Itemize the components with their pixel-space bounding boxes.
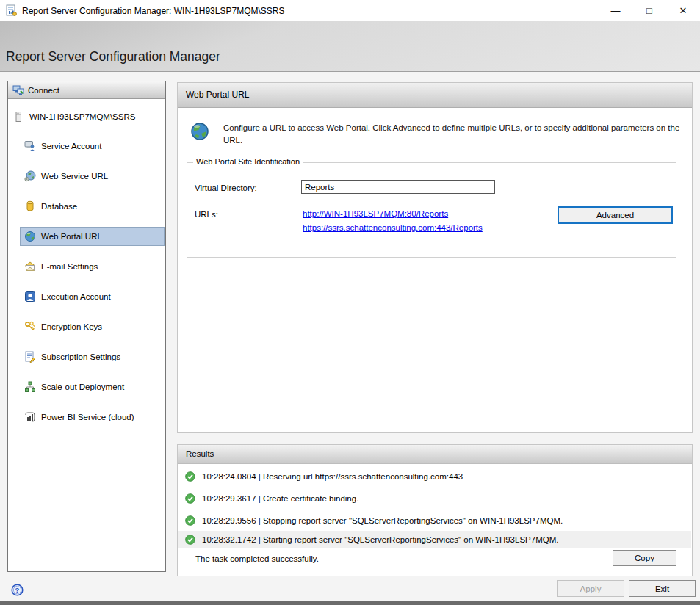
database-icon <box>24 200 36 212</box>
web-portal-url-panel: Web Portal URL Configure a URL to access… <box>177 82 693 433</box>
sidebar-connect-header[interactable]: Connect <box>8 81 165 99</box>
subscription-settings-icon <box>24 351 36 363</box>
header-banner: Report Server Configuration Manager <box>0 21 700 72</box>
urls-label: URLs: <box>195 210 218 219</box>
sidebar-item-encryption-keys[interactable]: Encryption Keys <box>20 317 165 336</box>
sidebar-item-label: Scale-out Deployment <box>41 383 124 391</box>
sidebar-item-label: Database <box>41 202 77 211</box>
sidebar-item-web-service-url[interactable]: Web Service URL <box>20 167 165 186</box>
result-text: 10:28:29.3617 | Create certificate bindi… <box>202 494 358 503</box>
panel-header: Web Portal URL <box>178 83 692 108</box>
sidebar-item-label: Service Account <box>41 142 101 151</box>
sidebar-item-label: E-mail Settings <box>41 262 98 271</box>
taskbar-edge <box>0 601 700 605</box>
globe-icon <box>190 122 209 141</box>
window-title: Report Server Configuration Manager: WIN… <box>22 6 284 16</box>
sidebar-nav-list: Service Account Web Service URL Database <box>8 137 165 427</box>
sidebar-item-label: Execution Account <box>41 292 111 301</box>
results-panel: Results 10:28:24.0804 | Reserving url ht… <box>177 444 693 576</box>
sidebar-item-power-bi-service[interactable]: Power BI Service (cloud) <box>20 407 165 427</box>
sidebar-item-label: Encryption Keys <box>41 322 102 331</box>
email-settings-icon <box>24 261 36 272</box>
web-portal-url-icon <box>24 231 36 242</box>
advanced-button[interactable]: Advanced <box>558 206 673 224</box>
scale-out-deployment-icon <box>24 381 36 393</box>
power-bi-icon <box>24 411 36 423</box>
results-header: Results <box>178 445 692 464</box>
window-titlebar: Report Server Configuration Manager: WIN… <box>0 0 700 21</box>
page-title: Report Server Configuration Manager <box>6 49 220 65</box>
success-check-icon <box>185 471 195 482</box>
success-check-icon <box>185 493 195 504</box>
help-button[interactable]: ? <box>11 584 24 596</box>
sidebar-item-email-settings[interactable]: E-mail Settings <box>20 257 165 276</box>
groupbox-legend: Web Portal Site Identification <box>193 157 303 166</box>
sidebar-item-label: Web Portal URL <box>41 232 102 241</box>
app-icon <box>5 4 18 17</box>
task-status-text: The task completed successfully. <box>195 554 319 563</box>
svg-text:?: ? <box>15 586 20 594</box>
panel-description: Configure a URL to access Web Portal. Cl… <box>223 122 682 148</box>
copy-button[interactable]: Copy <box>613 550 676 566</box>
help-icon: ? <box>11 584 24 596</box>
result-row: 10:28:24.0804 | Reserving url https://ss… <box>178 468 691 485</box>
encryption-keys-icon <box>24 321 36 333</box>
sidebar-server-node[interactable]: WIN-1H93LSP7MQM\SSRS <box>8 109 165 125</box>
sidebar-item-execution-account[interactable]: Execution Account <box>20 287 165 306</box>
window-controls: — □ ✕ <box>599 0 700 21</box>
result-text: 10:28:29.9556 | Stopping report server "… <box>202 516 563 525</box>
service-account-icon <box>24 140 36 152</box>
sidebar-item-label: Subscription Settings <box>41 352 120 361</box>
web-portal-https-url-link[interactable]: https://ssrs.schattenconsulting.com:443/… <box>303 223 483 232</box>
connect-icon <box>12 84 24 96</box>
result-text: 10:28:24.0804 | Reserving url https://ss… <box>202 472 463 481</box>
web-portal-site-identification-group: Web Portal Site Identification Virtual D… <box>187 162 676 258</box>
result-row: 10:28:32.1742 | Starting report server "… <box>178 531 691 548</box>
maximize-button[interactable]: □ <box>632 0 666 21</box>
sidebar-item-label: Web Service URL <box>41 172 108 181</box>
execution-account-icon <box>24 291 36 302</box>
virtual-directory-label: Virtual Directory: <box>195 184 257 192</box>
sidebar-server-label: WIN-1H93LSP7MQM\SSRS <box>29 112 135 121</box>
sidebar-connect-label: Connect <box>28 86 59 95</box>
result-text: 10:28:32.1742 | Starting report server "… <box>202 535 558 544</box>
sidebar-item-database[interactable]: Database <box>20 197 165 216</box>
sidebar-item-service-account[interactable]: Service Account <box>20 137 165 156</box>
apply-button[interactable]: Apply <box>557 580 624 597</box>
sidebar-item-scale-out-deployment[interactable]: Scale-out Deployment <box>20 377 165 396</box>
sidebar-item-web-portal-url[interactable]: Web Portal URL <box>20 227 165 246</box>
web-portal-http-url-link[interactable]: http://WIN-1H93LSP7MQM:80/Reports <box>303 209 448 218</box>
minimize-button[interactable]: — <box>599 0 632 21</box>
sidebar-item-subscription-settings[interactable]: Subscription Settings <box>20 347 165 366</box>
close-button[interactable]: ✕ <box>666 0 700 21</box>
server-icon <box>13 112 24 122</box>
web-service-url-icon <box>24 170 36 182</box>
success-check-icon <box>185 535 195 545</box>
success-check-icon <box>185 515 195 526</box>
result-row: 10:28:29.3617 | Create certificate bindi… <box>178 490 691 507</box>
sidebar-item-label: Power BI Service (cloud) <box>41 413 134 421</box>
exit-button[interactable]: Exit <box>629 580 696 597</box>
panel-description-row: Configure a URL to access Web Portal. Cl… <box>190 122 682 148</box>
virtual-directory-input[interactable] <box>301 180 495 194</box>
sidebar: Connect WIN-1H93LSP7MQM\SSRS Service Acc… <box>7 81 166 572</box>
result-row: 10:28:29.9556 | Stopping report server "… <box>178 512 691 529</box>
